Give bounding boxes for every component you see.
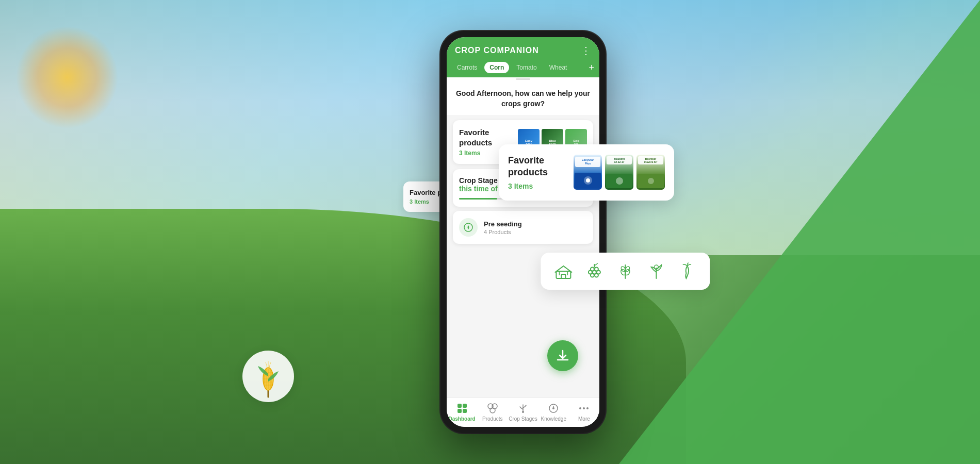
- crop-icons-bar: [541, 253, 710, 290]
- pre-seeding-text: Pre seeding 4 Products: [484, 220, 587, 235]
- crop-stages-icon: [517, 402, 529, 415]
- content-wrapper: CROP COMPANION ⋮ Carrots Corn Tomato Whe…: [0, 0, 980, 464]
- greeting-text: Good Afternoon, how can we help your cro…: [455, 89, 591, 109]
- download-icon: [556, 349, 570, 363]
- add-crop-button[interactable]: +: [589, 62, 594, 73]
- nav-dashboard-label: Dashboard: [448, 416, 475, 422]
- progress-bar-fill: [459, 198, 497, 200]
- floating-products: EasyStarPlus Blaukorn12-12-17 Basf: [574, 155, 665, 190]
- seed-icon: [463, 222, 473, 233]
- svg-point-7: [490, 408, 495, 413]
- tab-wheat[interactable]: Wheat: [544, 62, 573, 73]
- svg-point-13: [586, 407, 589, 409]
- floating-product-2: Blaukorn12-12-17: [605, 155, 633, 190]
- phone-screen: CROP COMPANION ⋮ Carrots Corn Tomato Whe…: [447, 37, 599, 427]
- floating-product-1: EasyStarPlus: [574, 155, 602, 190]
- download-button[interactable]: [547, 340, 578, 371]
- pre-seeding-icon: [459, 218, 478, 237]
- phone-nav: Dashboard Products: [447, 397, 599, 427]
- more-icon: [578, 402, 590, 415]
- menu-icon[interactable]: ⋮: [581, 44, 591, 57]
- svg-point-21: [591, 274, 594, 277]
- svg-rect-4: [463, 409, 467, 413]
- pre-seeding-row[interactable]: Pre seeding 4 Products: [453, 211, 593, 244]
- svg-point-11: [579, 407, 581, 409]
- corn-svg: [250, 353, 286, 400]
- floating-card-text: Favorite products 3 Items: [508, 155, 565, 190]
- svg-rect-2: [463, 404, 467, 408]
- nav-crop-stages[interactable]: Crop Stages: [508, 402, 538, 422]
- greeting-section: Good Afternoon, how can we help your cro…: [447, 80, 599, 115]
- phone-container: CROP COMPANION ⋮ Carrots Corn Tomato Whe…: [440, 31, 606, 433]
- tab-carrots[interactable]: Carrots: [452, 62, 482, 73]
- svg-rect-3: [458, 409, 462, 413]
- svg-point-8: [522, 411, 524, 413]
- floating-product-3: Basfoliarmavera SP: [636, 155, 665, 190]
- pre-seeding-title: Pre seeding: [484, 220, 587, 228]
- pre-seeding-count: 4 Products: [484, 229, 587, 235]
- crop-tabs: Carrots Corn Tomato Wheat +: [447, 62, 599, 77]
- nav-knowledge[interactable]: Knowledge: [538, 402, 569, 422]
- dashboard-icon: [456, 402, 468, 415]
- grapes-icon-button[interactable]: [584, 261, 605, 281]
- nav-dashboard[interactable]: Dashboard: [447, 402, 477, 422]
- svg-point-12: [583, 407, 585, 409]
- nav-more[interactable]: More: [569, 402, 599, 422]
- nav-products[interactable]: Products: [477, 402, 508, 422]
- phone-header: CROP COMPANION ⋮: [447, 37, 599, 62]
- plant-icon: [647, 262, 665, 280]
- carrot-icon-button[interactable]: [677, 261, 697, 281]
- farm-icon-button[interactable]: [553, 261, 574, 281]
- farm-icon: [554, 262, 573, 280]
- svg-point-22: [595, 274, 598, 277]
- tab-tomato[interactable]: Tomato: [511, 62, 542, 73]
- products-icon: [486, 402, 499, 415]
- nav-more-label: More: [578, 416, 590, 422]
- floating-favorite-card[interactable]: Favorite products 3 Items EasyStarPlus B…: [499, 144, 674, 201]
- wheat-icon: [616, 262, 634, 280]
- nav-products-label: Products: [482, 416, 502, 422]
- indicator-dot: [516, 78, 530, 80]
- corn-illustration: [242, 351, 294, 402]
- plant-icon-button[interactable]: [646, 261, 666, 281]
- floating-card-title: Favorite products: [508, 155, 565, 179]
- grapes-icon: [585, 262, 603, 280]
- svg-rect-15: [561, 274, 565, 278]
- nav-knowledge-label: Knowledge: [541, 416, 566, 422]
- knowledge-icon: [547, 402, 560, 415]
- wheat-icon-button[interactable]: [615, 261, 635, 281]
- tab-corn[interactable]: Corn: [484, 62, 509, 73]
- svg-rect-1: [458, 404, 462, 408]
- app-title: CROP COMPANION: [455, 46, 539, 55]
- nav-crop-stages-label: Crop Stages: [509, 416, 537, 422]
- carrot-icon: [678, 262, 696, 280]
- floating-card-count: 3 Items: [508, 182, 565, 190]
- phone-frame: CROP COMPANION ⋮ Carrots Corn Tomato Whe…: [440, 31, 606, 433]
